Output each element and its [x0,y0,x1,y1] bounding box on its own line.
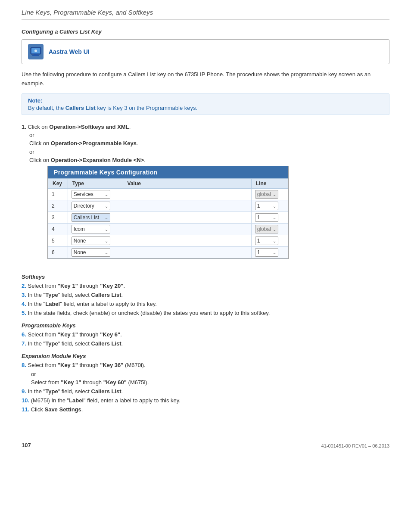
cell-key: 4 [48,224,68,235]
step6-prefix: Select from [28,331,57,338]
cell-line[interactable]: 1⌄ [251,212,288,224]
type-select[interactable]: Icom⌄ [72,225,110,233]
step6-block: 6. Select from "Key 1" through "Key 6". [22,331,389,338]
step2-num: 2. [22,283,26,289]
step1-or1: or [22,132,389,138]
cell-value[interactable] [123,247,251,258]
step8b-mid: through [81,379,103,386]
cell-key: 2 [48,200,68,212]
cell-type[interactable]: None⌄ [68,247,123,258]
step8-bold2: "Key 36" [100,362,123,368]
cell-value[interactable] [123,212,251,224]
step1-prefix: Click on [28,124,49,130]
step1-bold: Operation->Softkeys and XML [49,124,129,130]
col-line: Line [251,179,288,189]
prog-keys-table: Key Type Value Line 1Services⌄global⌄2Di… [48,178,288,258]
line-select[interactable]: 1⌄ [255,202,278,210]
cell-value[interactable] [123,224,251,235]
note-text: By default, the Callers List key is Key … [28,105,383,111]
step9-prefix: In the " [28,388,45,395]
cell-type[interactable]: Callers List⌄ [68,212,123,224]
cell-type[interactable]: Services⌄ [68,189,123,200]
cell-value[interactable] [123,189,251,200]
cell-value[interactable] [123,200,251,212]
step1c-suffix: . [144,157,146,163]
cell-line[interactable]: global⌄ [251,224,288,235]
step11-block: 11. Click Save Settings. [22,406,389,413]
step6-num: 6. [22,331,26,338]
description-text: Use the following procedure to configure… [22,70,389,88]
step1b-bold: Operation->Programmable Keys [51,140,137,146]
type-select[interactable]: None⌄ [72,236,110,245]
step1-suffix: . [129,124,131,130]
step2-bold1: "Key 1" [58,283,78,289]
step9-bold1: Type [45,388,58,395]
note-box: Note: By default, the Callers List key i… [22,93,389,115]
svg-point-4 [34,50,37,52]
table-row: 2Directory⌄1⌄ [48,200,288,212]
note-suffix: key is Key 3 on the Programmable keys. [96,105,197,111]
step10-num: 10. [22,397,29,404]
table-row: 5None⌄1⌄ [48,235,288,247]
step2-block: 2. Select from "Key 1" through "Key 20". [22,283,389,289]
step8b-block: Select from "Key 1" through "Key 60" (M6… [22,378,389,387]
step8b-prefix: Select from [31,379,61,386]
section-title: Configuring a Callers List Key [22,28,389,35]
cell-value[interactable] [123,235,251,247]
step2-prefix: Select from [28,283,57,289]
cell-line[interactable]: 1⌄ [251,235,288,247]
cell-key: 3 [48,212,68,224]
step8-prefix: Select from [28,362,57,368]
line-select[interactable]: global⌄ [255,225,278,233]
cell-type[interactable]: Directory⌄ [68,200,123,212]
aastra-title: Aastra Web UI [49,48,90,55]
step2-bold2: "Key 20" [100,283,123,289]
cell-type[interactable]: None⌄ [68,235,123,247]
cell-line[interactable]: 1⌄ [251,200,288,212]
step10-prefix: (M675i) In the " [31,397,69,404]
expansion-or: or [22,371,389,377]
step1-block: 1. Click on Operation->Softkeys and XML. [22,124,389,130]
step4-prefix: In the " [28,301,45,307]
step6-suffix: . [120,331,122,338]
step10-bold1: Label [69,397,84,404]
step1c-prefix: Click on [29,157,51,163]
step11-num: 11. [22,406,29,413]
step9-block: 9. In the "Type" field, select Callers L… [22,388,389,395]
step7-mid: " field, select [58,340,91,347]
type-select[interactable]: Callers List⌄ [72,213,110,222]
line-select[interactable]: global⌄ [255,190,278,199]
step1b-suffix: . [137,140,138,146]
step8-bold1: "Key 1" [58,362,78,368]
type-select[interactable]: None⌄ [72,248,110,257]
col-value: Value [123,179,251,189]
step1c-block: Click on Operation->Expansion Module <N>… [22,156,389,165]
step4-num: 4. [22,301,26,307]
cell-key: 6 [48,247,68,258]
cell-type[interactable]: Icom⌄ [68,224,123,235]
step8-suffix: (M670i). [123,362,145,368]
col-type: Type [68,179,123,189]
type-select[interactable]: Services⌄ [72,190,110,199]
step6-bold1: "Key 1" [58,331,78,338]
table-row: 3Callers List⌄1⌄ [48,212,288,224]
line-select[interactable]: 1⌄ [255,248,278,257]
type-select[interactable]: Directory⌄ [72,202,110,210]
note-label: Note: [28,97,383,104]
section-title-text: Configuring a Callers List Key [22,28,102,35]
table-row: 6None⌄1⌄ [48,247,288,258]
prog-keys-header: Programmable Keys Configuration [48,166,288,178]
step3-mid: " field, select [58,292,91,298]
step1b-block: Click on Operation->Programmable Keys. [22,139,389,148]
prog-keys-table-container: Programmable Keys Configuration Key Type… [47,166,289,259]
cell-line[interactable]: global⌄ [251,189,288,200]
line-select[interactable]: 1⌄ [255,236,278,245]
line-select[interactable]: 1⌄ [255,213,278,222]
prog-keys-section-title: Programmable Keys [22,322,389,329]
step7-prefix: In the " [28,340,45,347]
table-row: 1Services⌄global⌄ [48,189,288,200]
step3-block: 3. In the "Type" field, select Callers L… [22,292,389,298]
step5-num: 5. [22,310,26,316]
cell-line[interactable]: 1⌄ [251,247,288,258]
step9-suffix: . [121,388,123,395]
